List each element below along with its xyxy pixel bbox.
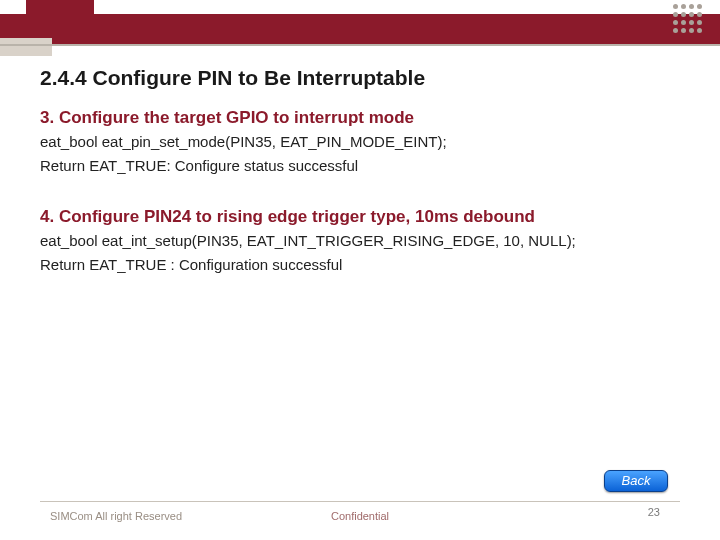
header-band — [0, 14, 720, 44]
back-button[interactable]: Back — [604, 470, 668, 492]
step-4-heading: 4. Configure PIN24 to rising edge trigge… — [40, 207, 680, 227]
step-3: 3. Configure the target GPIO to interrup… — [40, 108, 680, 177]
slide-content: 2.4.4 Configure PIN to Be Interruptable … — [40, 66, 680, 279]
header-underline — [0, 44, 720, 46]
footer-confidential: Confidential — [331, 510, 389, 522]
header-accent — [26, 0, 94, 18]
page-number: 23 — [648, 506, 660, 518]
footer-rule — [40, 501, 680, 502]
step-3-result: Return EAT_TRUE: Configure status succes… — [40, 156, 680, 176]
step-3-code: eat_bool eat_pin_set_mode(PIN35, EAT_PIN… — [40, 132, 680, 152]
step-4: 4. Configure PIN24 to rising edge trigge… — [40, 207, 680, 276]
header-light-block — [0, 38, 52, 56]
dot-grid-icon — [673, 4, 702, 33]
footer-copyright: SIMCom All right Reserved — [50, 510, 182, 522]
slide-title: 2.4.4 Configure PIN to Be Interruptable — [40, 66, 680, 90]
step-4-code: eat_bool eat_int_setup(PIN35, EAT_INT_TR… — [40, 231, 680, 251]
step-4-result: Return EAT_TRUE : Configuration successf… — [40, 255, 680, 275]
step-3-heading: 3. Configure the target GPIO to interrup… — [40, 108, 680, 128]
